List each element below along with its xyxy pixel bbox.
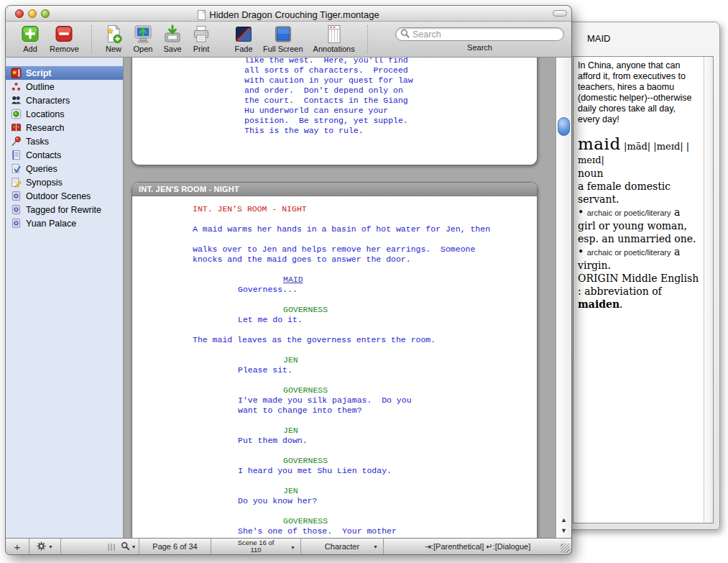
script-blank-line xyxy=(132,476,537,486)
scene-selector[interactable]: Scene 16 of 110 ▼ xyxy=(211,539,301,554)
script-blank-line xyxy=(132,265,537,275)
scroll-down-arrow[interactable]: ▼ xyxy=(556,526,571,536)
locations-icon xyxy=(11,109,22,119)
save-icon xyxy=(163,24,182,44)
sidebar-item-label: Yuan Palace xyxy=(26,219,76,229)
print-button[interactable]: Print xyxy=(192,24,211,53)
script-char-line: GOVERNESS xyxy=(283,305,537,315)
script-page-text: like the west. Here, you'll findall sort… xyxy=(132,58,537,136)
script-blank-line xyxy=(132,214,537,224)
dictionary-entry: maid |mād| |meɪd| | meɪd| noun a female … xyxy=(578,137,699,311)
sidebar-item-tasks[interactable]: Tasks xyxy=(6,134,123,148)
script-charlink-line[interactable]: MAID xyxy=(283,275,537,285)
chevron-down-icon: ▼ xyxy=(290,544,295,551)
sidebar-item-label: Characters xyxy=(26,96,70,106)
script-dialogue-line: Hu underworld can ensure your xyxy=(244,106,537,116)
script-dlg-line: Do you know her? xyxy=(238,496,537,506)
sidebar-item-characters[interactable]: Characters xyxy=(6,93,123,107)
script-char-line: JEN xyxy=(283,486,537,496)
toolbar-button-label: Fade xyxy=(234,45,252,53)
script-dialogue-line: and order. Don't depend only on xyxy=(244,86,537,96)
toolbar-separator xyxy=(367,25,368,54)
sidebar-item-outline[interactable]: Outline xyxy=(6,80,123,93)
script-page-text: INT. JEN'S ROOM - NIGHT A maid warms her… xyxy=(132,196,537,538)
script-editor-viewport[interactable]: like the west. Here, you'll findall sort… xyxy=(124,58,556,538)
title-bar[interactable]: Hidden Dragon Crouching Tiger.montage xyxy=(6,6,571,22)
panel-title: MAID xyxy=(587,33,611,44)
script-action-line: knocks and the maid goes to answer the d… xyxy=(193,255,537,265)
sidebar-item-research[interactable]: Research xyxy=(6,121,123,134)
script-action-line: The maid leaves as the governess enters … xyxy=(193,335,537,345)
add-element-button[interactable]: + xyxy=(6,539,29,554)
script-blank-line xyxy=(132,234,537,244)
reference-panel-window: MAID In China, anyone that can afford it… xyxy=(565,22,720,530)
element-type-label: Character xyxy=(325,542,359,551)
page-indicator: Page 6 of 34 xyxy=(139,539,211,554)
toolbar-button-label: Save xyxy=(163,45,181,53)
pane-drag-handle[interactable]: ||| xyxy=(106,539,118,554)
character-note[interactable]: In China, anyone that can afford it, fro… xyxy=(578,60,699,125)
chevron-down-icon: ▼ xyxy=(132,544,137,549)
panel-scrollbar[interactable] xyxy=(704,57,713,523)
toolbar-separator xyxy=(91,25,92,54)
script-char-line: GOVERNESS xyxy=(283,456,537,466)
panel-text-area[interactable]: In China, anyone that can afford it, fro… xyxy=(573,57,704,523)
dictionary-usage-label: archaic or poetic/literary xyxy=(587,248,671,257)
scene-doc-icon xyxy=(11,218,22,229)
synopsis-icon xyxy=(11,177,22,188)
sidebar-item-tagged-for-rewrite[interactable]: Tagged for Rewrite xyxy=(6,203,123,216)
annotations-button[interactable]: Annotations xyxy=(313,24,355,53)
magnifier-icon xyxy=(121,541,130,552)
search-toolbar-label: Search xyxy=(467,43,492,52)
action-gear-button[interactable]: ▼ xyxy=(29,539,61,554)
script-page-current[interactable]: INT. JEN'S ROOM - NIGHT INT. JEN'S ROOM … xyxy=(132,182,538,538)
add-button[interactable]: Add xyxy=(21,24,40,53)
script-char-line: GOVERNESS xyxy=(283,385,537,395)
fade-button[interactable]: Fade xyxy=(234,24,253,53)
save-button[interactable]: Save xyxy=(163,24,182,53)
window-resize-grip[interactable] xyxy=(561,544,570,553)
new-icon xyxy=(104,24,123,44)
new-button[interactable]: New xyxy=(104,24,123,53)
zoom-menu-button[interactable]: ▼ xyxy=(118,539,139,554)
remove-icon xyxy=(55,24,73,44)
scrollbar-thumb[interactable] xyxy=(558,117,570,136)
toolbar-button-label: Annotations xyxy=(313,45,355,53)
toolbar-button-label: New xyxy=(106,45,121,53)
open-button[interactable]: Open xyxy=(133,24,153,53)
remove-button[interactable]: Remove xyxy=(50,24,79,53)
panel-content: In China, anyone that can afford it, fro… xyxy=(573,56,714,523)
script-blank-line xyxy=(132,325,537,335)
sidebar-item-yuan-palace[interactable]: Yuan Palace xyxy=(6,216,123,230)
scene-doc-icon xyxy=(11,204,22,215)
script-blank-line xyxy=(132,506,537,516)
bullet-icon: • xyxy=(578,246,587,257)
open-icon xyxy=(133,24,153,44)
search-input[interactable]: Search xyxy=(395,27,564,41)
sidebar-item-queries[interactable]: Queries xyxy=(6,162,123,175)
scene-indicator-line2: 110 xyxy=(250,546,261,554)
sidebar-item-contacts[interactable]: Contacts xyxy=(6,148,123,162)
sidebar-item-outdoor-scenes[interactable]: Outdoor Scenes xyxy=(6,189,123,203)
queries-icon xyxy=(11,163,22,174)
script-blank-line xyxy=(132,295,537,305)
scrollbar-arrows: ▲ ▼ xyxy=(556,515,571,536)
sidebar-item-script[interactable]: Script xyxy=(6,66,123,80)
toolbar-button-label: Add xyxy=(23,45,37,53)
element-type-selector[interactable]: Character ▼ xyxy=(301,539,384,554)
scene-header-bar[interactable]: INT. JEN'S ROOM - NIGHT xyxy=(132,183,537,196)
contacts-icon xyxy=(11,150,22,160)
script-page-previous[interactable]: like the west. Here, you'll findall sort… xyxy=(132,58,538,165)
vertical-scrollbar[interactable]: ▲ ▼ xyxy=(556,58,571,538)
content-area: ScriptOutlineCharactersLocationsResearch… xyxy=(6,58,571,538)
title-group: Hidden Dragon Crouching Tiger.montage xyxy=(6,8,571,21)
statusbar-spacer xyxy=(61,539,106,554)
full-screen-button[interactable]: Full Screen xyxy=(263,24,303,53)
search-icon xyxy=(400,28,410,41)
sidebar-item-locations[interactable]: Locations xyxy=(6,107,123,121)
toolbar-button-label: Remove xyxy=(50,45,79,53)
sidebar-item-synopsis[interactable]: Synopsis xyxy=(6,175,123,189)
tasks-icon xyxy=(11,136,22,147)
toolbar-toggle-pill[interactable] xyxy=(553,10,567,17)
scroll-up-arrow[interactable]: ▲ xyxy=(556,515,571,526)
